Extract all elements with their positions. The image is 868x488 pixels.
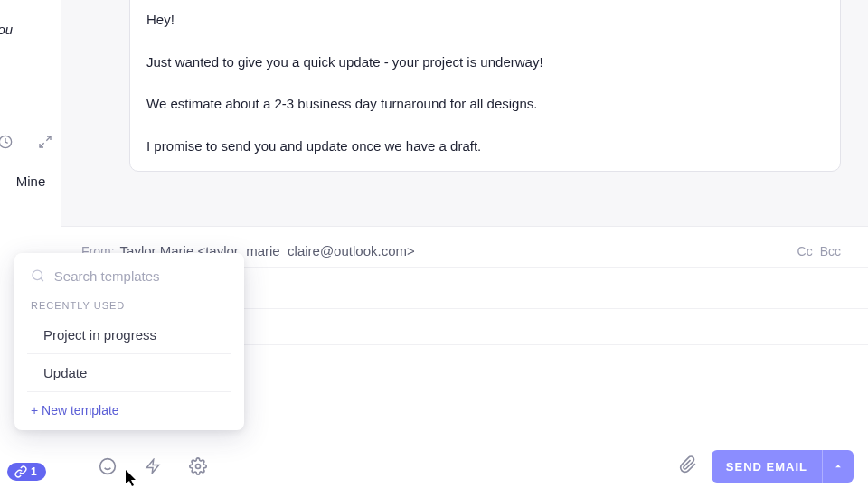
- quoted-line: We estimate about a 2-3 business day tur…: [146, 94, 824, 115]
- svg-marker-6: [146, 460, 159, 474]
- svg-line-10: [41, 278, 43, 281]
- emoji-icon[interactable]: [98, 456, 118, 476]
- template-item[interactable]: Update: [27, 354, 231, 392]
- bcc-button[interactable]: Bcc: [820, 244, 841, 258]
- templates-popover: RECENTLY USED Project in progress Update…: [14, 253, 244, 430]
- templates-search-row: [14, 253, 244, 293]
- templates-section-label: RECENTLY USED: [14, 293, 244, 316]
- quoted-message: Hey! Just wanted to give you a quick upd…: [129, 0, 841, 172]
- attachment-icon[interactable]: [679, 455, 697, 477]
- cc-button[interactable]: Cc: [797, 244, 813, 258]
- send-email-label: SEND EMAIL: [712, 460, 822, 474]
- svg-marker-8: [835, 465, 841, 467]
- quoted-line: Hey!: [146, 10, 824, 31]
- expand-icon[interactable]: [34, 131, 56, 153]
- gear-icon[interactable]: [188, 456, 208, 476]
- ccbcc-group: Cc Bcc: [797, 244, 841, 258]
- template-icon[interactable]: [143, 456, 163, 476]
- search-icon: [31, 267, 45, 284]
- template-item[interactable]: Project in progress: [27, 316, 231, 354]
- templates-search-input[interactable]: [54, 268, 228, 284]
- partial-thread-text: you: [0, 22, 13, 37]
- compose-toolbar: SEND EMAIL: [61, 445, 868, 488]
- send-email-button[interactable]: SEND EMAIL: [712, 450, 854, 483]
- clock-icon[interactable]: [0, 131, 16, 153]
- svg-point-7: [196, 465, 201, 469]
- quoted-line: Just wanted to give you a quick update -…: [146, 52, 824, 73]
- mine-tab[interactable]: Mine: [5, 174, 56, 189]
- svg-line-1: [46, 136, 51, 141]
- quoted-line: I promise to send you and update once we…: [146, 136, 824, 157]
- new-template-button[interactable]: + New template: [14, 392, 244, 423]
- send-dropdown-caret[interactable]: [822, 450, 854, 483]
- svg-point-3: [100, 459, 116, 474]
- link-icon: [14, 465, 27, 478]
- svg-point-9: [33, 270, 42, 280]
- link-count-badge[interactable]: 1: [7, 463, 46, 481]
- link-count: 1: [31, 465, 37, 478]
- svg-line-2: [40, 143, 44, 147]
